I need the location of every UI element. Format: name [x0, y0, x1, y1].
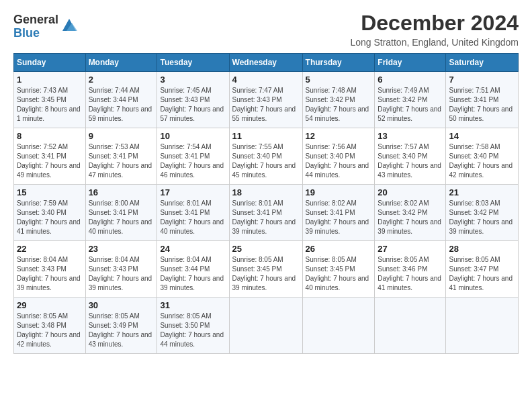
day-info: Sunrise: 8:05 AMSunset: 3:46 PMDaylight:…: [378, 255, 443, 293]
day-number: 3: [160, 75, 226, 85]
col-header-sunday: Sunday: [14, 54, 86, 72]
calendar-cell: 7Sunrise: 7:51 AMSunset: 3:41 PMDaylight…: [446, 72, 519, 128]
day-info: Sunrise: 8:02 AMSunset: 3:41 PMDaylight:…: [306, 199, 372, 236]
day-number: 11: [232, 131, 300, 141]
day-info: Sunrise: 7:56 AMSunset: 3:40 PMDaylight:…: [306, 142, 372, 180]
day-info: Sunrise: 8:04 AMSunset: 3:43 PMDaylight:…: [17, 255, 83, 293]
day-number: 22: [17, 244, 83, 254]
calendar-cell: 27Sunrise: 8:05 AMSunset: 3:46 PMDayligh…: [375, 241, 446, 298]
col-header-tuesday: Tuesday: [157, 54, 229, 72]
calendar-cell: 29Sunrise: 8:05 AMSunset: 3:48 PMDayligh…: [14, 298, 86, 354]
day-info: Sunrise: 8:04 AMSunset: 3:43 PMDaylight:…: [89, 255, 154, 293]
calendar-cell: 20Sunrise: 8:02 AMSunset: 3:42 PMDayligh…: [375, 185, 446, 241]
day-number: 9: [89, 131, 154, 141]
col-header-wednesday: Wednesday: [229, 54, 302, 72]
day-info: Sunrise: 7:52 AMSunset: 3:41 PMDaylight:…: [17, 142, 83, 180]
calendar-cell: [446, 298, 519, 354]
day-info: Sunrise: 7:44 AMSunset: 3:44 PMDaylight:…: [89, 86, 154, 124]
calendar-cell: 28Sunrise: 8:05 AMSunset: 3:47 PMDayligh…: [446, 241, 519, 298]
calendar-cell: 11Sunrise: 7:55 AMSunset: 3:40 PMDayligh…: [229, 128, 302, 185]
calendar-cell: 31Sunrise: 8:05 AMSunset: 3:50 PMDayligh…: [157, 298, 229, 354]
calendar-cell: 2Sunrise: 7:44 AMSunset: 3:44 PMDaylight…: [85, 72, 157, 128]
day-info: Sunrise: 8:05 AMSunset: 3:48 PMDaylight:…: [17, 312, 83, 349]
day-number: 13: [378, 131, 443, 141]
day-info: Sunrise: 7:48 AMSunset: 3:42 PMDaylight:…: [306, 86, 372, 124]
day-info: Sunrise: 7:43 AMSunset: 3:45 PMDaylight:…: [17, 86, 83, 124]
col-header-saturday: Saturday: [446, 54, 519, 72]
calendar-cell: 23Sunrise: 8:04 AMSunset: 3:43 PMDayligh…: [85, 241, 157, 298]
calendar-week-row: 15Sunrise: 7:59 AMSunset: 3:40 PMDayligh…: [14, 185, 519, 241]
calendar-cell: 25Sunrise: 8:05 AMSunset: 3:45 PMDayligh…: [229, 241, 302, 298]
day-info: Sunrise: 8:03 AMSunset: 3:42 PMDaylight:…: [449, 199, 515, 236]
calendar-cell: 6Sunrise: 7:49 AMSunset: 3:42 PMDaylight…: [375, 72, 446, 128]
day-info: Sunrise: 8:02 AMSunset: 3:42 PMDaylight:…: [378, 199, 443, 236]
calendar-cell: 4Sunrise: 7:47 AMSunset: 3:43 PMDaylight…: [229, 72, 302, 128]
calendar-cell: 17Sunrise: 8:01 AMSunset: 3:41 PMDayligh…: [157, 185, 229, 241]
day-number: 28: [449, 244, 515, 254]
calendar-cell: 16Sunrise: 8:00 AMSunset: 3:41 PMDayligh…: [85, 185, 157, 241]
calendar-week-row: 8Sunrise: 7:52 AMSunset: 3:41 PMDaylight…: [14, 128, 519, 185]
calendar-cell: 21Sunrise: 8:03 AMSunset: 3:42 PMDayligh…: [446, 185, 519, 241]
day-number: 10: [160, 131, 226, 141]
day-info: Sunrise: 8:05 AMSunset: 3:45 PMDaylight:…: [232, 255, 300, 293]
day-number: 24: [160, 244, 226, 254]
logo: General Blue: [13, 13, 79, 40]
calendar-cell: [375, 298, 446, 354]
calendar-table: SundayMondayTuesdayWednesdayThursdayFrid…: [13, 53, 519, 354]
calendar-cell: 13Sunrise: 7:57 AMSunset: 3:40 PMDayligh…: [375, 128, 446, 185]
day-number: 1: [17, 75, 83, 85]
day-number: 20: [378, 187, 443, 197]
logo-general: General: [13, 13, 58, 26]
day-number: 15: [17, 187, 83, 197]
calendar-cell: 22Sunrise: 8:04 AMSunset: 3:43 PMDayligh…: [14, 241, 86, 298]
day-number: 12: [306, 131, 372, 141]
calendar-cell: 5Sunrise: 7:48 AMSunset: 3:42 PMDaylight…: [302, 72, 375, 128]
day-info: Sunrise: 7:45 AMSunset: 3:43 PMDaylight:…: [160, 86, 226, 124]
day-number: 4: [232, 75, 300, 85]
calendar-cell: 14Sunrise: 7:58 AMSunset: 3:40 PMDayligh…: [446, 128, 519, 185]
day-number: 7: [449, 75, 515, 85]
day-number: 23: [89, 244, 154, 254]
day-info: Sunrise: 8:01 AMSunset: 3:41 PMDaylight:…: [160, 199, 226, 236]
day-number: 29: [17, 300, 83, 310]
day-info: Sunrise: 7:47 AMSunset: 3:43 PMDaylight:…: [232, 86, 300, 124]
calendar-week-row: 1Sunrise: 7:43 AMSunset: 3:45 PMDaylight…: [14, 72, 519, 128]
day-number: 16: [89, 187, 154, 197]
col-header-monday: Monday: [85, 54, 157, 72]
calendar-cell: 19Sunrise: 8:02 AMSunset: 3:41 PMDayligh…: [302, 185, 375, 241]
calendar-cell: 8Sunrise: 7:52 AMSunset: 3:41 PMDaylight…: [14, 128, 86, 185]
logo-icon: [60, 16, 79, 35]
calendar-cell: 30Sunrise: 8:05 AMSunset: 3:49 PMDayligh…: [85, 298, 157, 354]
day-number: 17: [160, 187, 226, 197]
calendar-week-row: 29Sunrise: 8:05 AMSunset: 3:48 PMDayligh…: [14, 298, 519, 354]
day-number: 8: [17, 131, 83, 141]
day-number: 5: [306, 75, 372, 85]
location: Long Stratton, England, United Kingdom: [350, 37, 519, 48]
calendar-cell: 18Sunrise: 8:01 AMSunset: 3:41 PMDayligh…: [229, 185, 302, 241]
day-info: Sunrise: 8:05 AMSunset: 3:49 PMDaylight:…: [89, 312, 154, 349]
day-number: 19: [306, 187, 372, 197]
day-number: 6: [378, 75, 443, 85]
calendar-cell: [229, 298, 302, 354]
calendar-cell: 3Sunrise: 7:45 AMSunset: 3:43 PMDaylight…: [157, 72, 229, 128]
day-info: Sunrise: 7:49 AMSunset: 3:42 PMDaylight:…: [378, 86, 443, 124]
calendar-header-row: SundayMondayTuesdayWednesdayThursdayFrid…: [14, 54, 519, 72]
day-info: Sunrise: 7:51 AMSunset: 3:41 PMDaylight:…: [449, 86, 515, 124]
day-info: Sunrise: 8:01 AMSunset: 3:41 PMDaylight:…: [232, 199, 300, 236]
title-block: December 2024 Long Stratton, England, Un…: [350, 11, 519, 48]
day-number: 2: [89, 75, 154, 85]
calendar-cell: 26Sunrise: 8:05 AMSunset: 3:45 PMDayligh…: [302, 241, 375, 298]
day-number: 14: [449, 131, 515, 141]
day-info: Sunrise: 8:05 AMSunset: 3:47 PMDaylight:…: [449, 255, 515, 293]
day-info: Sunrise: 7:54 AMSunset: 3:41 PMDaylight:…: [160, 142, 226, 180]
month-title: December 2024: [350, 11, 519, 36]
day-info: Sunrise: 7:55 AMSunset: 3:40 PMDaylight:…: [232, 142, 300, 180]
col-header-thursday: Thursday: [302, 54, 375, 72]
day-info: Sunrise: 8:05 AMSunset: 3:50 PMDaylight:…: [160, 312, 226, 349]
calendar-cell: 9Sunrise: 7:53 AMSunset: 3:41 PMDaylight…: [85, 128, 157, 185]
day-info: Sunrise: 7:58 AMSunset: 3:40 PMDaylight:…: [449, 142, 515, 180]
day-number: 31: [160, 300, 226, 310]
day-number: 18: [232, 187, 300, 197]
day-info: Sunrise: 8:04 AMSunset: 3:44 PMDaylight:…: [160, 255, 226, 293]
calendar-cell: 12Sunrise: 7:56 AMSunset: 3:40 PMDayligh…: [302, 128, 375, 185]
